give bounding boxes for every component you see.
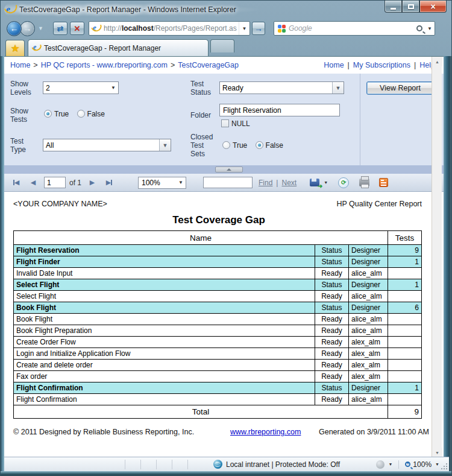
new-tab-button[interactable]	[210, 39, 234, 52]
close-button[interactable]: ×	[419, 1, 447, 13]
status-bar: Local intranet | Protected Mode: Off ▼ 1…	[4, 457, 449, 471]
export-button[interactable]: ▼	[310, 176, 328, 189]
address-url[interactable]: http://localhost/Reports/Pages/Report.as	[104, 24, 239, 33]
coverage-table: Name Tests Flight ReservationStatusDesig…	[13, 230, 422, 419]
total-row: Total 9	[14, 405, 422, 419]
scroll-up-icon[interactable]: ▲	[432, 57, 442, 66]
maximize-button[interactable]	[402, 1, 419, 13]
navigation-bar: ← → ▼ ⇄ ✕ e http://localhost/Reports/Pag…	[1, 19, 451, 38]
refresh-report-button[interactable]: ⟳	[337, 176, 350, 189]
next-page-button[interactable]: ▶	[86, 176, 98, 189]
page-zoom-control[interactable]: 100% ▼	[398, 460, 445, 469]
tab-active[interactable]: e TestCoverageGap - Report Manager	[28, 39, 209, 56]
folder-value: Flight Reservation	[223, 106, 281, 115]
search-icon[interactable]	[416, 25, 422, 31]
address-dropdown-icon[interactable]: ▼	[239, 22, 250, 35]
report-table-body: Flight ReservationStatusDesigner9Flight …	[14, 245, 422, 405]
breadcrumb-report[interactable]: TestCoverageGap	[178, 61, 239, 69]
table-row: Fax orderReadyalex_alm	[14, 371, 422, 382]
total-tests-value: 9	[388, 405, 422, 419]
row-name: Login and Initialize Application Flow	[14, 348, 315, 360]
favorites-star-icon[interactable]: ★	[5, 40, 25, 56]
minimize-button[interactable]	[385, 1, 402, 13]
report-viewer-toolbar: ◀ ◀ 1 of 1 ▶ ▶ 100% ▼ Find | Next ▼ ⟳	[4, 174, 444, 192]
resize-grip[interactable]	[441, 463, 448, 470]
row-designer: alice_alm	[349, 394, 388, 405]
row-tests	[388, 360, 422, 371]
breadcrumb: Home > HP QC reports - www.rbreporting.c…	[10, 61, 324, 69]
row-status: Ready	[315, 371, 349, 382]
google-icon	[278, 25, 286, 33]
recent-pages-icon[interactable]: ▼	[38, 25, 43, 31]
previous-page-button[interactable]: ◀	[27, 176, 39, 189]
row-status: Ready	[315, 360, 349, 371]
copyright-text: © 2011 Designed by Reliable Business Rep…	[13, 428, 230, 436]
go-button[interactable]: →	[252, 22, 265, 35]
row-status: Ready	[315, 337, 349, 348]
radio-true-label: True	[233, 141, 247, 150]
test-type-select[interactable]: All ▼	[43, 139, 171, 151]
radio-true-selected[interactable]	[44, 110, 52, 118]
report-footer: © 2011 Designed by Reliable Business Rep…	[13, 428, 429, 436]
show-levels-select[interactable]: 2 ▼	[43, 81, 119, 94]
closed-test-sets-label: Closed Test Sets	[190, 133, 213, 158]
search-dropdown-icon[interactable]: ▼	[425, 26, 435, 31]
scroll-down-icon[interactable]: ▼	[432, 448, 442, 457]
data-feed-icon	[379, 178, 388, 187]
view-report-button[interactable]: View Report	[366, 81, 434, 95]
protected-mode-icon[interactable]	[376, 460, 385, 469]
breadcrumb-home[interactable]: Home	[10, 61, 30, 69]
null-checkbox-group: NULL	[221, 119, 256, 128]
table-header-row: Name Tests	[14, 231, 422, 245]
test-status-select[interactable]: Ready ▼	[219, 81, 344, 94]
page-content: Home > HP QC reports - www.rbreporting.c…	[4, 56, 444, 458]
data-feed-button[interactable]	[377, 176, 389, 189]
radio-false-selected[interactable]	[256, 141, 263, 149]
breadcrumb-separator: >	[33, 61, 37, 69]
status-separator	[125, 460, 125, 469]
forward-button[interactable]: →	[20, 21, 35, 36]
chevron-down-icon[interactable]: ▼	[388, 462, 392, 466]
radio-true[interactable]	[222, 141, 230, 149]
row-designer: Designer	[349, 279, 388, 291]
address-bar[interactable]: e http://localhost/Reports/Pages/Report.…	[89, 21, 250, 36]
row-designer: alice_alm	[349, 268, 388, 279]
row-designer: Designer	[349, 382, 388, 394]
stop-button[interactable]: ✕	[70, 22, 84, 35]
vertical-scrollbar[interactable]: ▲ ▼	[432, 57, 442, 457]
breadcrumb-folder[interactable]: HP QC reports - www.rbreporting.com	[41, 61, 168, 69]
find-link[interactable]: Find	[259, 179, 272, 187]
link-my-subscriptions[interactable]: My Subscriptions	[353, 61, 410, 69]
last-page-button[interactable]: ▶	[103, 176, 115, 189]
row-status: Status	[315, 245, 349, 256]
back-button[interactable]: ←	[7, 21, 22, 36]
link-home[interactable]: Home	[324, 61, 344, 69]
row-tests	[388, 371, 422, 382]
find-input[interactable]	[203, 177, 253, 188]
row-designer: alex_alm	[349, 337, 388, 348]
table-row: Select FlightReadyalice_alm	[14, 291, 422, 302]
row-tests: 9	[388, 245, 422, 256]
first-page-button[interactable]: ◀	[10, 176, 22, 189]
next-link[interactable]: Next	[281, 179, 297, 187]
search-placeholder[interactable]: Google	[289, 24, 416, 33]
zoom-select[interactable]: 100% ▼	[138, 177, 186, 189]
radio-false[interactable]	[77, 110, 85, 118]
chevron-down-icon[interactable]: ▼	[332, 82, 344, 94]
row-designer: Designer	[349, 302, 388, 314]
footer-link[interactable]: www.rbreporting.com	[230, 428, 301, 436]
collapse-parameters-button[interactable]	[215, 167, 243, 173]
search-box[interactable]: Google ▼	[274, 21, 435, 36]
table-row: Flight ReservationStatusDesigner9	[14, 245, 422, 256]
status-separator	[172, 460, 172, 469]
refresh-button[interactable]: ⇄	[53, 22, 67, 35]
print-button[interactable]	[358, 176, 370, 189]
page-number-input[interactable]: 1	[44, 177, 66, 188]
security-zone-text: Local intranet | Protected Mode: Off	[226, 460, 340, 469]
row-name: Flight Reservation	[14, 245, 315, 256]
null-checkbox[interactable]	[221, 119, 229, 127]
chevron-down-icon[interactable]: ▼	[159, 139, 171, 151]
folder-input[interactable]: Flight Reservation	[219, 104, 340, 116]
radio-false-label: False	[87, 110, 105, 118]
row-designer: alice_alm	[349, 314, 388, 325]
